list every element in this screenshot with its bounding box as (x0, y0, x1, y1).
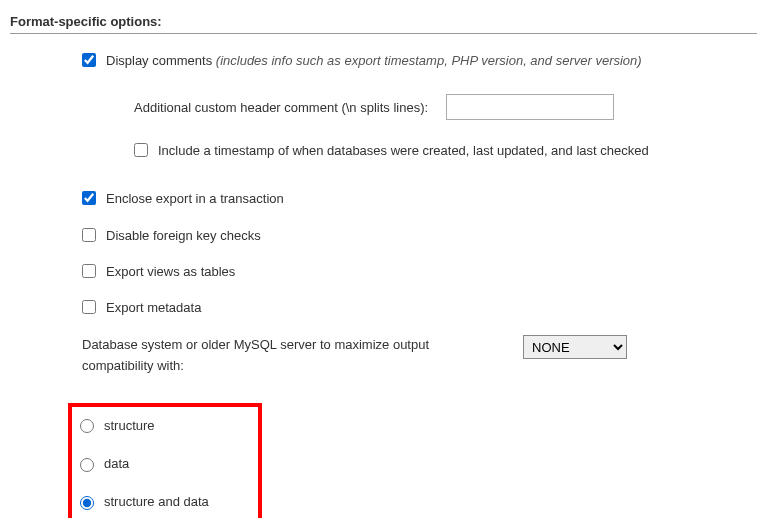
export-metadata-checkbox[interactable] (82, 300, 96, 314)
additional-header-label: Additional custom header comment (\n spl… (134, 100, 428, 115)
dump-radio-group-highlight: structure data structure and data (68, 403, 262, 518)
include-timestamp-checkbox[interactable] (134, 143, 148, 157)
disable-fk-label: Disable foreign key checks (106, 227, 261, 245)
display-comments-checkbox[interactable] (82, 53, 96, 67)
display-comments-hint: (includes info such as export timestamp,… (216, 53, 642, 68)
export-views-label: Export views as tables (106, 263, 235, 281)
radio-structure[interactable] (80, 419, 94, 433)
export-metadata-label: Export metadata (106, 299, 201, 317)
include-timestamp-label: Include a timestamp of when databases we… (158, 142, 649, 160)
additional-header-input[interactable] (446, 94, 614, 120)
disable-fk-checkbox[interactable] (82, 228, 96, 242)
display-comments-label: Display comments (includes info such as … (106, 52, 642, 70)
radio-structure-label: structure (104, 417, 155, 435)
radio-both-label: structure and data (104, 493, 209, 511)
export-views-checkbox[interactable] (82, 264, 96, 278)
enclose-transaction-checkbox[interactable] (82, 191, 96, 205)
radio-data-label: data (104, 455, 129, 473)
compatibility-select[interactable]: NONE (523, 335, 627, 359)
radio-data[interactable] (80, 458, 94, 472)
fieldset-title: Format-specific options: (10, 14, 757, 34)
radio-structure-and-data[interactable] (80, 496, 94, 510)
display-comments-text: Display comments (106, 53, 212, 68)
compatibility-label: Database system or older MySQL server to… (82, 335, 442, 377)
enclose-transaction-label: Enclose export in a transaction (106, 190, 284, 208)
